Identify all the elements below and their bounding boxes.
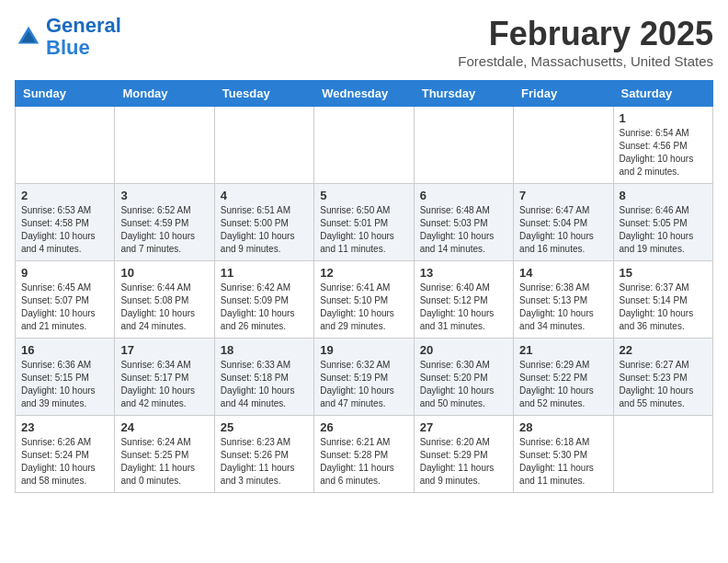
day-number: 2 [21,189,108,202]
day-number: 3 [120,189,208,202]
calendar-week-4: 16Sunrise: 6:36 AM Sunset: 5:15 PM Dayli… [16,339,713,416]
calendar-cell: 23Sunrise: 6:26 AM Sunset: 5:24 PM Dayli… [16,416,115,493]
day-header-thursday: Thursday [414,81,513,107]
day-header-wednesday: Wednesday [314,81,414,107]
day-info: Sunrise: 6:53 AM Sunset: 4:58 PM Dayligh… [21,204,108,256]
day-info: Sunrise: 6:54 AM Sunset: 4:56 PM Dayligh… [620,127,707,178]
day-info: Sunrise: 6:44 AM Sunset: 5:08 PM Dayligh… [120,282,208,333]
day-info: Sunrise: 6:26 AM Sunset: 5:24 PM Dayligh… [21,436,108,488]
day-info: Sunrise: 6:40 AM Sunset: 5:12 PM Dayligh… [420,282,507,333]
day-number: 11 [221,266,308,280]
day-number: 23 [21,420,108,434]
calendar-week-3: 9Sunrise: 6:45 AM Sunset: 5:07 PM Daylig… [16,261,713,339]
day-info: Sunrise: 6:34 AM Sunset: 5:17 PM Dayligh… [120,359,208,410]
calendar-week-1: 1Sunrise: 6:54 AM Sunset: 4:56 PM Daylig… [16,107,713,184]
calendar-cell: 25Sunrise: 6:23 AM Sunset: 5:26 PM Dayli… [214,416,313,493]
calendar-cell [414,107,513,184]
calendar-cell: 24Sunrise: 6:24 AM Sunset: 5:25 PM Dayli… [115,416,214,493]
location: Forestdale, Massachusetts, United States [458,53,713,69]
calendar-cell [16,107,115,184]
calendar-cell [514,107,613,184]
day-number: 4 [221,189,308,202]
page-header: General Blue February 2025 Forestdale, M… [15,15,713,69]
day-info: Sunrise: 6:48 AM Sunset: 5:03 PM Dayligh… [420,204,507,256]
calendar-cell: 12Sunrise: 6:41 AM Sunset: 5:10 PM Dayli… [314,261,414,339]
day-info: Sunrise: 6:37 AM Sunset: 5:14 PM Dayligh… [620,282,707,333]
day-info: Sunrise: 6:38 AM Sunset: 5:13 PM Dayligh… [519,282,607,333]
calendar-cell: 1Sunrise: 6:54 AM Sunset: 4:56 PM Daylig… [613,107,712,184]
calendar-cell: 6Sunrise: 6:48 AM Sunset: 5:03 PM Daylig… [414,184,513,261]
day-number: 25 [221,420,308,434]
day-number: 26 [320,420,407,434]
day-info: Sunrise: 6:30 AM Sunset: 5:20 PM Dayligh… [420,359,507,410]
day-info: Sunrise: 6:46 AM Sunset: 5:05 PM Dayligh… [620,204,707,256]
calendar-cell: 17Sunrise: 6:34 AM Sunset: 5:17 PM Dayli… [115,339,214,416]
day-info: Sunrise: 6:47 AM Sunset: 5:04 PM Dayligh… [519,204,607,256]
day-number: 20 [420,343,507,357]
day-number: 15 [620,266,707,280]
day-info: Sunrise: 6:50 AM Sunset: 5:01 PM Dayligh… [320,204,407,256]
calendar-week-2: 2Sunrise: 6:53 AM Sunset: 4:58 PM Daylig… [16,184,713,261]
day-number: 14 [519,266,607,280]
day-info: Sunrise: 6:52 AM Sunset: 4:59 PM Dayligh… [120,204,208,256]
day-info: Sunrise: 6:42 AM Sunset: 5:09 PM Dayligh… [221,282,308,333]
day-number: 16 [21,343,108,357]
month-title: February 2025 [458,15,713,53]
day-number: 19 [320,343,407,357]
calendar: SundayMondayTuesdayWednesdayThursdayFrid… [15,80,713,493]
day-number: 22 [620,343,707,357]
calendar-cell: 9Sunrise: 6:45 AM Sunset: 5:07 PM Daylig… [16,261,115,339]
day-info: Sunrise: 6:32 AM Sunset: 5:19 PM Dayligh… [320,359,407,410]
calendar-cell: 27Sunrise: 6:20 AM Sunset: 5:29 PM Dayli… [414,416,513,493]
day-info: Sunrise: 6:23 AM Sunset: 5:26 PM Dayligh… [221,436,308,488]
logo-icon [15,23,42,51]
logo-blue: Blue [46,36,90,59]
calendar-cell: 28Sunrise: 6:18 AM Sunset: 5:30 PM Dayli… [514,416,613,493]
calendar-cell: 7Sunrise: 6:47 AM Sunset: 5:04 PM Daylig… [514,184,613,261]
calendar-cell: 19Sunrise: 6:32 AM Sunset: 5:19 PM Dayli… [314,339,414,416]
logo-text: General Blue [46,15,121,59]
day-number: 24 [120,420,208,434]
calendar-cell: 22Sunrise: 6:27 AM Sunset: 5:23 PM Dayli… [613,339,712,416]
logo: General Blue [15,15,121,59]
calendar-week-5: 23Sunrise: 6:26 AM Sunset: 5:24 PM Dayli… [16,416,713,493]
day-info: Sunrise: 6:45 AM Sunset: 5:07 PM Dayligh… [21,282,108,333]
day-number: 10 [120,266,208,280]
day-header-saturday: Saturday [613,81,712,107]
day-header-sunday: Sunday [16,81,115,107]
day-info: Sunrise: 6:51 AM Sunset: 5:00 PM Dayligh… [221,204,308,256]
logo-general: General [46,14,121,37]
calendar-cell [115,107,214,184]
day-number: 17 [120,343,208,357]
day-info: Sunrise: 6:20 AM Sunset: 5:29 PM Dayligh… [420,436,507,488]
day-header-friday: Friday [514,81,613,107]
day-info: Sunrise: 6:33 AM Sunset: 5:18 PM Dayligh… [221,359,308,410]
calendar-cell: 16Sunrise: 6:36 AM Sunset: 5:15 PM Dayli… [16,339,115,416]
calendar-cell: 20Sunrise: 6:30 AM Sunset: 5:20 PM Dayli… [414,339,513,416]
day-number: 7 [519,189,607,202]
calendar-cell: 14Sunrise: 6:38 AM Sunset: 5:13 PM Dayli… [514,261,613,339]
day-number: 1 [620,111,707,125]
day-number: 12 [320,266,407,280]
calendar-cell: 10Sunrise: 6:44 AM Sunset: 5:08 PM Dayli… [115,261,214,339]
calendar-cell: 2Sunrise: 6:53 AM Sunset: 4:58 PM Daylig… [16,184,115,261]
calendar-cell: 8Sunrise: 6:46 AM Sunset: 5:05 PM Daylig… [613,184,712,261]
calendar-cell: 3Sunrise: 6:52 AM Sunset: 4:59 PM Daylig… [115,184,214,261]
day-number: 5 [320,189,407,202]
calendar-cell [613,416,712,493]
calendar-header-row: SundayMondayTuesdayWednesdayThursdayFrid… [16,81,713,107]
day-info: Sunrise: 6:27 AM Sunset: 5:23 PM Dayligh… [620,359,707,410]
day-info: Sunrise: 6:29 AM Sunset: 5:22 PM Dayligh… [519,359,607,410]
day-info: Sunrise: 6:21 AM Sunset: 5:28 PM Dayligh… [320,436,407,488]
day-header-monday: Monday [115,81,214,107]
day-number: 13 [420,266,507,280]
calendar-cell: 15Sunrise: 6:37 AM Sunset: 5:14 PM Dayli… [613,261,712,339]
day-info: Sunrise: 6:36 AM Sunset: 5:15 PM Dayligh… [21,359,108,410]
calendar-cell: 13Sunrise: 6:40 AM Sunset: 5:12 PM Dayli… [414,261,513,339]
calendar-cell [314,107,414,184]
calendar-cell: 11Sunrise: 6:42 AM Sunset: 5:09 PM Dayli… [214,261,313,339]
day-info: Sunrise: 6:18 AM Sunset: 5:30 PM Dayligh… [519,436,607,488]
calendar-cell: 4Sunrise: 6:51 AM Sunset: 5:00 PM Daylig… [214,184,313,261]
day-number: 6 [420,189,507,202]
day-number: 8 [620,189,707,202]
